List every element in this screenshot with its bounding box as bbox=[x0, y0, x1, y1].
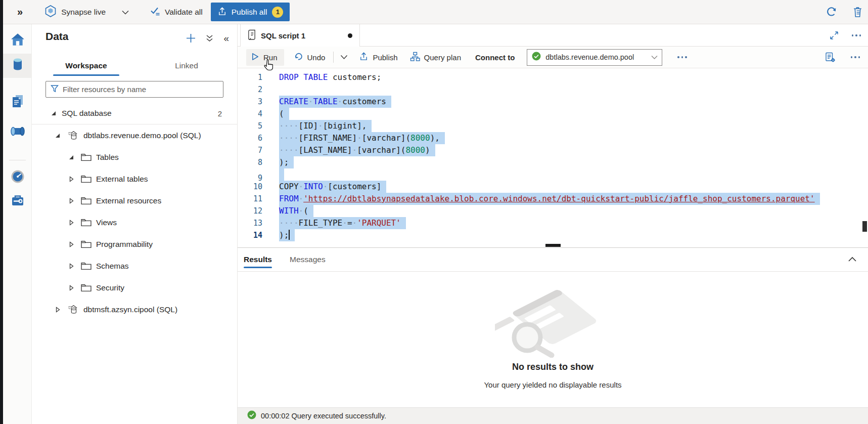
collapse-results-icon[interactable] bbox=[848, 255, 857, 264]
tree-item-label: dbtlabs.revenue.demo.pool (SQL) bbox=[83, 131, 201, 140]
collapse-panel-icon[interactable]: « bbox=[223, 33, 229, 43]
expander-collapsed-icon[interactable] bbox=[68, 241, 75, 247]
nav-home[interactable] bbox=[3, 28, 32, 53]
code-line-3[interactable]: 3CREATE·TABLE·customers bbox=[238, 96, 868, 108]
expander-expanded-icon[interactable] bbox=[54, 133, 61, 139]
validate-all-button[interactable]: Validate all bbox=[150, 6, 203, 18]
code-line-8[interactable]: 8); bbox=[238, 156, 868, 168]
rail-divider bbox=[9, 160, 26, 160]
line-number: 4 bbox=[238, 108, 262, 120]
nav-data[interactable] bbox=[3, 54, 32, 78]
code-line-2[interactable]: 2 bbox=[238, 83, 868, 96]
code-line-14[interactable]: 14); bbox=[238, 229, 868, 241]
tree-item-security[interactable]: Security bbox=[32, 277, 237, 299]
query-statusbar: 00:00:02 Query executed successfully. bbox=[238, 407, 868, 424]
resource-filter[interactable] bbox=[45, 81, 223, 98]
tree-item-programmability[interactable]: Programmability bbox=[32, 233, 237, 255]
expander-expanded-icon[interactable] bbox=[68, 154, 75, 160]
expander-collapsed-icon[interactable] bbox=[68, 285, 75, 291]
nav-manage[interactable] bbox=[3, 189, 32, 214]
data-explorer-panel: Data « Workspace Linked SQL database2dbt… bbox=[32, 24, 238, 424]
validate-icon bbox=[150, 6, 161, 18]
undo-label: Undo bbox=[307, 53, 326, 62]
expander-collapsed-icon[interactable] bbox=[68, 198, 75, 204]
tab-sql-script-1[interactable]: SQL script 1 bbox=[240, 24, 360, 47]
code-line-11[interactable]: 11FROM·'https://dbtlabsynapsedatalake.bl… bbox=[238, 193, 868, 205]
refresh-icon[interactable] bbox=[826, 6, 837, 18]
results-body: No results to show Your query yielded no… bbox=[238, 272, 868, 407]
tab-messages[interactable]: Messages bbox=[290, 248, 326, 271]
nav-integrate[interactable] bbox=[3, 120, 32, 145]
publish-all-button[interactable]: Publish all 1 bbox=[211, 3, 290, 21]
add-resource-button[interactable] bbox=[186, 33, 196, 43]
expander-collapsed-icon[interactable] bbox=[68, 220, 75, 226]
publish-button[interactable]: Publish bbox=[359, 52, 397, 63]
nav-develop[interactable] bbox=[3, 90, 32, 114]
run-options-chevron-icon[interactable] bbox=[340, 55, 348, 60]
mode-selector[interactable]: Synapse live bbox=[45, 5, 129, 19]
document-title: SQL script 1 bbox=[261, 31, 305, 40]
code-line-10[interactable]: 10COPY·INTO·[customers] bbox=[238, 181, 868, 193]
code-line-12[interactable]: 12WITH·( bbox=[238, 205, 868, 217]
collapse-all-icon[interactable] bbox=[206, 34, 213, 43]
publish-all-label: Publish all bbox=[232, 8, 267, 17]
expander-collapsed-icon[interactable] bbox=[54, 307, 61, 313]
nav-monitor[interactable] bbox=[3, 165, 32, 190]
tree-item-label: Tables bbox=[96, 153, 119, 162]
tree-item-schemas[interactable]: Schemas bbox=[32, 255, 237, 277]
toolbar-more-actions-icon[interactable] bbox=[677, 56, 687, 58]
tree-item-dbtmsft-azsyn-cipool-sql-[interactable]: dbtmsft.azsyn.cipool (SQL) bbox=[32, 299, 237, 320]
sql-pool-icon bbox=[67, 304, 79, 315]
folder-icon bbox=[81, 240, 92, 248]
expander-collapsed-icon[interactable] bbox=[68, 176, 75, 182]
pool-select-dropdown[interactable]: dbtlabs.revenue.demo.pool bbox=[527, 49, 662, 66]
undo-button[interactable]: Undo bbox=[294, 52, 326, 63]
tree-item-external-resources[interactable]: External resources bbox=[32, 190, 237, 211]
properties-icon[interactable] bbox=[825, 52, 836, 63]
editor-more-actions-icon[interactable] bbox=[851, 56, 860, 58]
code-line-5[interactable]: 5····[ID]·[bigint], bbox=[238, 120, 868, 132]
tab-linked[interactable]: Linked bbox=[159, 55, 214, 77]
results-splitter[interactable] bbox=[238, 243, 868, 248]
query-plan-button[interactable]: Query plan bbox=[410, 52, 461, 63]
empty-results-subtitle: Your query yielded no displayable result… bbox=[484, 380, 621, 389]
code-line-7[interactable]: 7····[LAST_NAME]·[varchar](8000) bbox=[238, 144, 868, 156]
discard-all-icon[interactable] bbox=[852, 6, 863, 18]
tab-more-actions-icon[interactable] bbox=[852, 34, 861, 36]
expand-panel-icon[interactable]: » bbox=[17, 6, 23, 18]
expander-expanded-icon[interactable] bbox=[50, 110, 57, 116]
tab-workspace[interactable]: Workspace bbox=[53, 55, 119, 77]
expander-collapsed-icon[interactable] bbox=[68, 263, 75, 269]
tree-item-external-tables[interactable]: External tables bbox=[32, 168, 237, 190]
tree-item-sql-database[interactable]: SQL database2 bbox=[32, 103, 237, 124]
pool-chevron-icon bbox=[651, 53, 658, 62]
code-line-1[interactable]: 1DROP TABLE customers; bbox=[238, 71, 868, 83]
expand-editor-icon[interactable] bbox=[830, 31, 839, 40]
chevron-down-icon[interactable] bbox=[122, 8, 129, 17]
tree-item-label: Schemas bbox=[96, 262, 129, 271]
sql-pool-icon bbox=[67, 130, 79, 141]
tree-item-dbtlabs-revenue-demo-pool-sql-[interactable]: dbtlabs.revenue.demo.pool (SQL) bbox=[32, 124, 237, 146]
scrollbar-cursor-mark[interactable] bbox=[862, 221, 867, 232]
splitter-grip[interactable] bbox=[545, 244, 561, 247]
data-icon bbox=[11, 57, 25, 74]
success-check-icon bbox=[247, 410, 256, 421]
code-editor[interactable]: 1DROP TABLE customers;23CREATE·TABLE·cus… bbox=[238, 68, 868, 243]
filter-input[interactable] bbox=[63, 85, 214, 94]
tree-item-tables[interactable]: Tables bbox=[32, 146, 237, 168]
tree-item-label: External resources bbox=[96, 196, 161, 205]
item-count: 2 bbox=[218, 109, 222, 118]
run-button[interactable]: Run bbox=[246, 49, 284, 66]
tree-item-views[interactable]: Views bbox=[32, 211, 237, 233]
code-line-13[interactable]: 13····FILE_TYPE·=·'PARQUET' bbox=[238, 217, 868, 229]
data-panel-tabs: Workspace Linked bbox=[32, 55, 237, 77]
tab-results[interactable]: Results bbox=[244, 248, 272, 271]
panel-title: Data bbox=[45, 30, 69, 43]
code-line-4[interactable]: 4( bbox=[238, 108, 868, 120]
line-number: 11 bbox=[238, 193, 262, 205]
code-line-6[interactable]: 6····[FIRST_NAME]·[varchar](8000), bbox=[238, 132, 868, 144]
manage-icon bbox=[11, 194, 25, 209]
code-line-9[interactable]: 9 bbox=[238, 168, 868, 181]
integrate-icon bbox=[10, 125, 26, 140]
top-command-bar: » Synapse live Validate all Publish all … bbox=[3, 0, 868, 24]
